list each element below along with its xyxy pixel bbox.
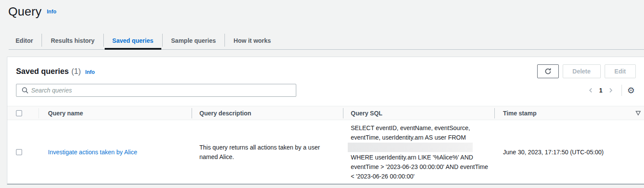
edit-button[interactable]: Edit [605,64,636,78]
select-all-checkbox[interactable] [16,110,22,116]
time-stamp-cell: June 30, 2023, 17:17:50 (UTC-05:00) [494,149,644,156]
saved-queries-panel: Saved queries (1) Info Delete Edit [7,57,644,185]
chevron-left-icon [587,87,594,94]
page-header: Query Info [0,0,644,19]
tab-saved-queries-label: Saved queries [112,37,154,44]
tab-sample-queries-label: Sample queries [171,37,216,44]
row-checkbox[interactable] [16,149,22,155]
preferences-button[interactable]: ⚙ [626,86,636,95]
refresh-icon [545,68,551,75]
column-header-query-sql: Query SQL [343,110,494,117]
query-name-cell: Investigate actions taken by Alice [38,149,192,156]
search-box[interactable] [16,84,296,97]
panel-header: Saved queries (1) Info Delete Edit [16,64,636,78]
column-header-query-description-label: Query description [199,110,251,117]
pagination: 1 ⚙ [585,85,636,96]
chevron-right-icon [607,87,614,94]
column-header-time-stamp[interactable]: Time stamp [494,110,644,117]
panel-actions: Delete Edit [537,64,636,78]
page-info-link[interactable]: Info [47,9,56,15]
query-description-cell: This query returns all actions taken by … [192,143,343,162]
previous-page-button[interactable] [585,85,596,96]
table-header-row: Query name Query description Query SQL T… [7,106,644,120]
tab-results-history-label: Results history [51,37,94,44]
column-header-time-stamp-label: Time stamp [503,110,537,117]
saved-queries-table: Query name Query description Query SQL T… [7,106,644,184]
query-name-link[interactable]: Investigate actions taken by Alice [48,149,137,156]
table-row: Investigate actions taken by Alice This … [7,120,644,184]
panel-title-group: Saved queries (1) Info [16,67,95,76]
panel-info-link[interactable]: Info [85,69,95,75]
query-description-text: This query returns all actions taken by … [199,143,336,162]
tab-bar: Editor Results history Saved queries Sam… [9,32,644,50]
tab-editor[interactable]: Editor [9,32,42,49]
query-sql-text-part1: SELECT eventID, eventName, eventSource, … [351,123,488,142]
delete-button[interactable]: Delete [563,64,601,78]
page-title: Query [8,4,42,19]
search-icon [20,87,31,94]
next-page-button[interactable] [605,85,616,96]
tab-results-history[interactable]: Results history [42,32,103,49]
tab-sample-queries[interactable]: Sample queries [163,32,225,49]
saved-queries-count: (1) [71,67,81,76]
toolbar-divider [622,85,622,96]
row-select-cell [7,149,38,155]
tab-how-it-works[interactable]: How it works [225,32,279,49]
time-stamp-text: June 30, 2023, 17:17:50 (UTC-05:00) [503,149,604,156]
search-input[interactable] [31,87,292,94]
tab-saved-queries[interactable]: Saved queries [104,32,162,49]
select-all-cell [7,110,38,116]
current-page-number: 1 [599,87,602,94]
column-header-query-sql-label: Query SQL [351,110,382,117]
redacted-event-data-store-block [348,143,473,152]
sort-descending-icon[interactable] [635,111,641,116]
panel-title: Saved queries [16,67,69,76]
column-header-query-name: Query name [38,110,192,117]
column-header-query-name-label: Query name [48,110,83,117]
refresh-button[interactable] [537,64,559,78]
column-header-query-description: Query description [192,110,343,117]
tab-editor-label: Editor [16,37,33,44]
query-sql-cell: SELECT eventID, eventName, eventSource, … [343,123,494,181]
query-sql-text-part2: WHERE userIdentity.arn LIKE '%Alice%' AN… [351,153,488,181]
toolbar-row: 1 ⚙ [16,84,636,97]
gear-icon: ⚙ [627,86,635,95]
tab-how-it-works-label: How it works [234,37,271,44]
